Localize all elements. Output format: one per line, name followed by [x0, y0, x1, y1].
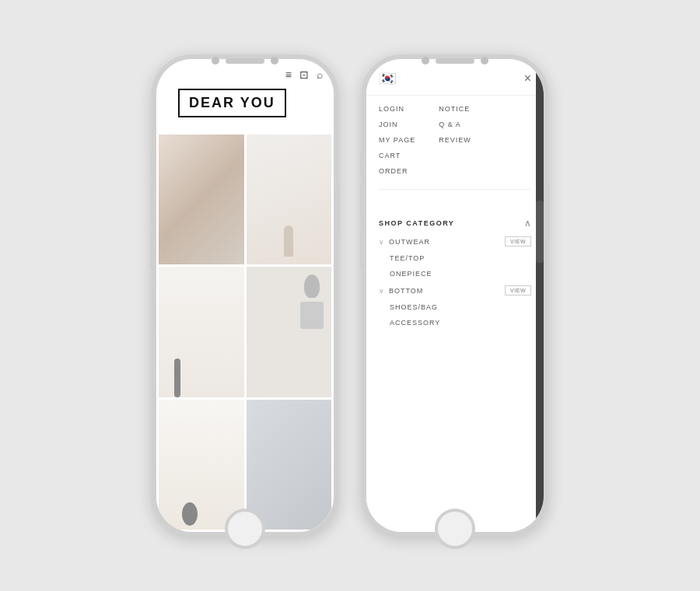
bottom-expand-icon: ∨ [379, 287, 384, 295]
shop-category-header[interactable]: SHOP CATEGORY ∧ [366, 210, 544, 236]
outwear-view-btn[interactable]: VIEW [505, 236, 531, 247]
chevron-up-icon: ∧ [524, 218, 531, 229]
photo-grid [156, 135, 334, 532]
phone-top-2 [422, 57, 488, 65]
grid-cell-5[interactable] [159, 400, 244, 530]
cart-icon[interactable]: ⊡ [299, 68, 309, 81]
nav-mypage[interactable]: MY PAGE [379, 136, 415, 144]
grid-cell-3[interactable] [159, 267, 244, 397]
phone-top-1 [212, 57, 278, 65]
speaker-1 [226, 58, 264, 64]
scrollbar-track [536, 59, 544, 532]
teetop-label: TEE/TOP [390, 254, 425, 262]
side-btn-vol-up[interactable] [150, 184, 154, 222]
menu-icon[interactable]: ≡ [285, 68, 292, 81]
phone-1: ≡ ⊡ ⌕ DEAR YOU [152, 54, 338, 537]
side-btn-power-2[interactable] [546, 184, 550, 238]
camera-1 [212, 57, 219, 65]
side-btn-vol-up-2[interactable] [360, 184, 364, 222]
grid-cell-6[interactable] [247, 400, 332, 530]
grid-cell-4[interactable] [247, 267, 332, 397]
menu-top-bar: 🇰🇷 × [366, 59, 544, 96]
speaker-2 [436, 58, 474, 64]
home-button-1[interactable] [225, 509, 265, 549]
side-btn-mute-2[interactable] [360, 152, 364, 176]
nav-notice[interactable]: NOTICE [439, 105, 471, 113]
home-button-2[interactable] [435, 509, 475, 549]
menu-col-right: NOTICE Q & A REVIEW [439, 105, 471, 175]
nav-qa[interactable]: Q & A [439, 121, 471, 128]
scrollbar-thumb[interactable] [536, 201, 544, 263]
nav-join[interactable]: JOIN [379, 121, 415, 128]
side-btn-mute[interactable] [150, 152, 154, 176]
flag-icon[interactable]: 🇰🇷 [379, 70, 396, 87]
nav-login[interactable]: LOGIN [379, 105, 415, 113]
shoesbag-label: SHOES/BAG [390, 303, 438, 311]
shop-category-label: SHOP CATEGORY [379, 219, 454, 227]
menu-col-left: LOGIN JOIN MY PAGE CART ORDER [379, 105, 415, 175]
side-btn-power[interactable] [336, 184, 340, 238]
bottom-view-btn[interactable]: VIEW [505, 285, 531, 296]
camera-sensor-1 [271, 57, 278, 65]
scene: ≡ ⊡ ⌕ DEAR YOU [152, 54, 548, 537]
category-list: ∨ OUTWEAR VIEW TEE/TOP ONEPIECE ∨ [366, 236, 544, 327]
cat-teetop[interactable]: TEE/TOP [379, 254, 531, 262]
cat-outwear[interactable]: ∨ OUTWEAR VIEW [379, 236, 531, 247]
nav-review[interactable]: REVIEW [439, 136, 471, 144]
menu-divider [379, 189, 531, 190]
outwear-expand-icon: ∨ [379, 238, 384, 246]
brand-logo: DEAR YOU [178, 89, 286, 117]
logo-wrapper: DEAR YOU [156, 86, 334, 135]
search-icon[interactable]: ⌕ [317, 68, 323, 81]
side-btn-vol-down-2[interactable] [360, 230, 364, 269]
cat-shoesbag[interactable]: SHOES/BAG [379, 303, 531, 311]
app-screen-1: ≡ ⊡ ⌕ DEAR YOU [156, 59, 334, 532]
phone-2: 🇰🇷 × LOGIN JOIN MY PAGE CART ORDER NOTIC… [362, 54, 548, 537]
brand-name: DEAR YOU [189, 95, 275, 110]
grid-cell-2[interactable] [247, 135, 332, 264]
grid-cell-1[interactable] [159, 135, 244, 264]
outwear-label: OUTWEAR [389, 238, 430, 246]
camera-2 [422, 57, 429, 65]
nav-order[interactable]: ORDER [379, 167, 415, 175]
phone-screen-2: 🇰🇷 × LOGIN JOIN MY PAGE CART ORDER NOTIC… [366, 59, 544, 532]
onepiece-label: ONEPIECE [390, 270, 432, 278]
cat-accessory[interactable]: ACCESSORY [379, 319, 531, 327]
camera-sensor-2 [481, 57, 488, 65]
bottom-label: BOTTOM [389, 287, 423, 295]
app-screen-2: 🇰🇷 × LOGIN JOIN MY PAGE CART ORDER NOTIC… [366, 59, 544, 532]
menu-nav: LOGIN JOIN MY PAGE CART ORDER NOTICE Q &… [366, 96, 544, 184]
nav-cart[interactable]: CART [379, 152, 415, 159]
accessory-label: ACCESSORY [390, 319, 440, 327]
cat-bottom[interactable]: ∨ BOTTOM VIEW [379, 285, 531, 296]
side-btn-vol-down[interactable] [150, 230, 154, 269]
cat-onepiece[interactable]: ONEPIECE [379, 270, 531, 278]
phone-screen-1: ≡ ⊡ ⌕ DEAR YOU [156, 59, 334, 532]
spacer [366, 194, 544, 210]
close-button[interactable]: × [524, 72, 531, 86]
